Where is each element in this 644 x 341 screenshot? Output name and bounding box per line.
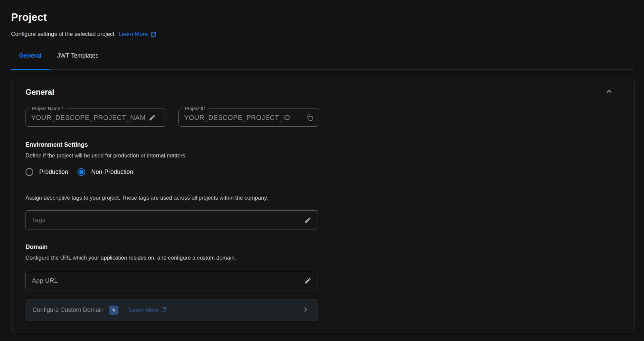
domain-section: Domain Configure the URL which your appl…: [25, 244, 620, 321]
environment-settings-section: Environment Settings Define if the proje…: [25, 141, 620, 176]
card-header: General: [25, 87, 620, 97]
edit-pencil-icon[interactable]: [149, 114, 156, 121]
radio-non-production-label: Non-Production: [91, 168, 133, 176]
app-url-input-container: [25, 271, 318, 290]
radio-production-label: Production: [39, 168, 68, 176]
environment-settings-heading: Environment Settings: [25, 141, 620, 148]
project-fields-row: Project Name * YOUR_DESCOPE_PROJECT_NAME…: [25, 109, 620, 127]
custom-domain-learn-more-label: Learn More: [129, 307, 158, 314]
copy-icon[interactable]: [306, 114, 314, 121]
project-name-value: YOUR_DESCOPE_PROJECT_NAME: [31, 114, 146, 122]
project-id-label: Project ID: [183, 106, 207, 111]
domain-heading: Domain: [25, 244, 620, 251]
external-link-icon: [161, 306, 167, 314]
chevron-up-icon: [605, 87, 613, 97]
radio-production[interactable]: Production: [25, 168, 68, 176]
star-glyph: ★: [111, 307, 116, 313]
tags-section: Assign descriptive tags to your project.…: [25, 195, 620, 229]
page-subtitle: Configure settings of the selected proje…: [11, 31, 636, 38]
page: Project Configure settings of the select…: [0, 11, 644, 333]
premium-star-icon: ★: [109, 305, 118, 315]
card-heading: General: [25, 88, 54, 97]
tabs-container: General JWT Templates: [11, 51, 635, 70]
project-id-value: YOUR_DESCOPE_PROJECT_ID: [184, 114, 304, 122]
page-subtitle-text: Configure settings of the selected proje…: [11, 31, 116, 38]
radio-selected-icon[interactable]: [77, 168, 85, 176]
tab-general[interactable]: General: [11, 51, 50, 69]
tab-bar: General JWT Templates: [11, 51, 635, 70]
radio-unselected-icon[interactable]: [25, 168, 33, 176]
tags-description: Assign descriptive tags to your project.…: [25, 195, 620, 201]
edit-pencil-icon[interactable]: [304, 277, 312, 284]
chevron-right-icon: [302, 305, 310, 315]
general-settings-card: General Project Name * YOUR_DESCOPE_PROJ…: [11, 77, 635, 333]
tags-input[interactable]: [32, 216, 302, 224]
project-id-field: Project ID YOUR_DESCOPE_PROJECT_ID: [178, 109, 319, 127]
domain-description: Configure the URL which your application…: [25, 255, 620, 261]
radio-non-production[interactable]: Non-Production: [77, 168, 133, 176]
configure-custom-domain-label: Configure Custom Domain: [33, 306, 104, 314]
edit-pencil-icon[interactable]: [304, 216, 312, 224]
learn-more-link[interactable]: Learn More: [119, 31, 157, 38]
project-name-field[interactable]: Project Name * YOUR_DESCOPE_PROJECT_NAME: [25, 109, 166, 127]
page-title: Project: [11, 11, 636, 23]
configure-custom-domain-row[interactable]: Configure Custom Domain ★ Learn More: [25, 299, 318, 321]
learn-more-label: Learn More: [119, 31, 148, 38]
tags-input-container: [25, 210, 318, 229]
environment-settings-description: Define if the project will be used for p…: [25, 152, 620, 159]
custom-domain-learn-more-link[interactable]: Learn More: [129, 306, 167, 314]
external-link-icon: [150, 31, 157, 38]
collapse-section-button[interactable]: [605, 87, 613, 97]
tab-jwt-templates[interactable]: JWT Templates: [57, 51, 98, 69]
project-name-label: Project Name *: [30, 106, 65, 111]
environment-radio-group: Production Non-Production: [25, 168, 620, 176]
app-url-input[interactable]: [32, 277, 302, 284]
